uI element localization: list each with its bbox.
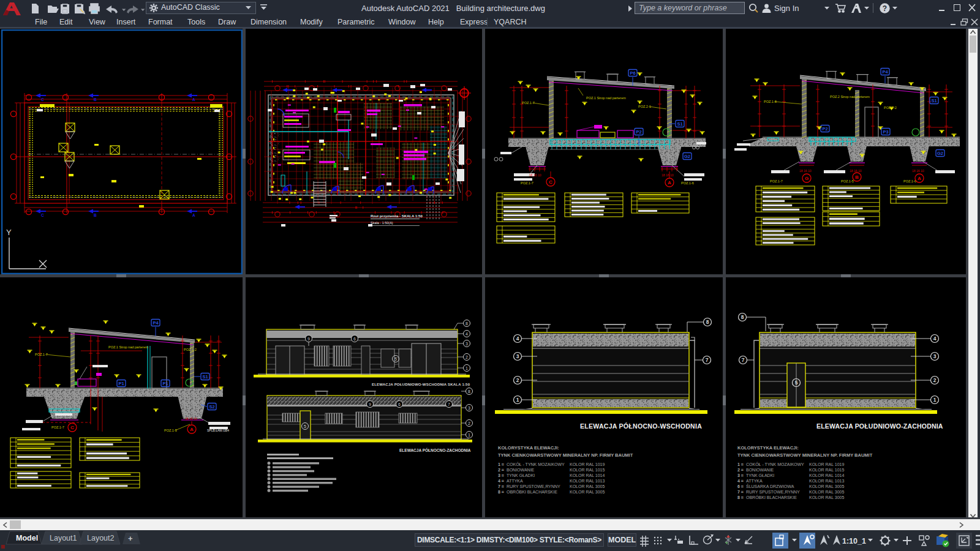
svg-text:A: A xyxy=(192,97,195,102)
svg-text:2 =: 2 = xyxy=(737,468,744,472)
svg-text:POZ.1-5: POZ.1-5 xyxy=(164,429,177,432)
svg-text:B: B xyxy=(94,97,97,102)
svg-text:3 =: 3 = xyxy=(498,473,504,478)
svg-text:COKÓŁ - TYNK MOZAIKOWY: COKÓŁ - TYNK MOZAIKOWY xyxy=(507,462,565,467)
svg-text:POZ.2-1: POZ.2-1 xyxy=(638,105,651,108)
svg-text:P1: P1 xyxy=(118,381,124,386)
svg-text:KOLORYSTYKA ELEWACJI:: KOLORYSTYKA ELEWACJI: xyxy=(498,445,559,451)
svg-text:POZ.1-7: POZ.1-7 xyxy=(35,353,48,356)
svg-text:3 =: 3 = xyxy=(737,473,744,478)
svg-text:KOLORYSTYKA ELEWACJI:: KOLORYSTYKA ELEWACJI: xyxy=(737,445,799,451)
svg-text:1: 1 xyxy=(468,433,470,437)
svg-text:6 =: 6 = xyxy=(737,484,744,489)
svg-text:2: 2 xyxy=(468,421,470,425)
svg-text:B: B xyxy=(855,174,859,180)
svg-text:P3: P3 xyxy=(883,129,888,135)
svg-text:OBRÓBKI BLACHARSKIE: OBRÓBKI BLACHARSKIE xyxy=(746,495,797,500)
svg-text:KOLOR RAL 1013: KOLOR RAL 1013 xyxy=(570,479,605,483)
svg-text:POZ.1-6: POZ.1-6 xyxy=(681,181,694,185)
svg-text:8 =: 8 = xyxy=(498,490,504,494)
svg-text:18 16 10: 18 16 10 xyxy=(799,169,812,173)
svg-text:POZ.1-8: POZ.1-8 xyxy=(764,100,777,103)
svg-text:KOLOR RAL 3005: KOLOR RAL 3005 xyxy=(809,490,844,494)
svg-text:Layout2: Layout2 xyxy=(87,534,115,542)
svg-text:P4: P4 xyxy=(153,320,159,326)
svg-text:POZ.1-6: POZ.1-6 xyxy=(903,179,916,183)
svg-text:2: 2 xyxy=(516,377,519,383)
svg-text:1 =: 1 = xyxy=(737,462,744,467)
svg-text:3: 3 xyxy=(466,342,468,346)
svg-text:A: A xyxy=(918,176,921,181)
svg-text:S1: S1 xyxy=(677,121,682,127)
svg-text:8: 8 xyxy=(466,321,468,326)
svg-text:P2: P2 xyxy=(822,126,827,132)
svg-text:8: 8 xyxy=(706,319,709,325)
svg-text:8: 8 xyxy=(468,389,470,394)
svg-text:4: 4 xyxy=(933,335,937,342)
svg-text:POZ.1-7: POZ.1-7 xyxy=(770,179,783,183)
svg-text:Layout1: Layout1 xyxy=(50,534,77,542)
svg-text:KOLOR RAL 3005: KOLOR RAL 3005 xyxy=(809,495,844,500)
svg-text:G: G xyxy=(805,176,809,181)
svg-text:S1: S1 xyxy=(931,98,937,103)
svg-text:Rzut przyziemia - SKALA 1:50: Rzut przyziemia - SKALA 1:50 xyxy=(371,214,423,218)
svg-text:7 =: 7 = xyxy=(737,490,744,494)
svg-text:1: 1 xyxy=(516,397,519,403)
svg-text:6: 6 xyxy=(353,337,356,341)
svg-text:Y: Y xyxy=(6,228,12,237)
svg-text:G2: G2 xyxy=(684,154,690,159)
svg-text:Skala - 1:50(A): Skala - 1:50(A) xyxy=(371,221,393,225)
svg-text:Model: Model xyxy=(16,534,38,542)
svg-text:C: C xyxy=(70,425,74,430)
svg-text:3: 3 xyxy=(516,353,519,359)
svg-text:4 =: 4 = xyxy=(498,479,504,483)
svg-text:ELEWACJA PÓŁNOCNO-ZACHODNIA: ELEWACJA PÓŁNOCNO-ZACHODNIA xyxy=(399,448,471,452)
svg-text:A: A xyxy=(190,427,194,432)
svg-text:POZ.1 Strop nad parterem: POZ.1 Strop nad parterem xyxy=(586,96,626,100)
svg-text:G2: G2 xyxy=(937,151,943,156)
svg-text:7 =: 7 = xyxy=(498,484,504,489)
svg-text:TYNK GŁADKI: TYNK GŁADKI xyxy=(746,473,774,478)
svg-text:POZ.1-2: POZ.1-2 xyxy=(184,348,197,351)
svg-text:POZ.1-7: POZ.1-7 xyxy=(51,425,64,429)
svg-text:RURY SPUSTOWE,RYNNY: RURY SPUSTOWE,RYNNY xyxy=(507,484,560,489)
svg-text:4: 4 xyxy=(516,335,519,342)
svg-text:KOLOR RAL 1019: KOLOR RAL 1019 xyxy=(809,462,844,467)
svg-text:2: 2 xyxy=(933,377,937,383)
svg-text:A: A xyxy=(192,213,195,217)
svg-text:KOLOR RAL 1015: KOLOR RAL 1015 xyxy=(570,468,605,472)
svg-text:KOLOR RAL 3005: KOLOR RAL 3005 xyxy=(809,484,844,489)
svg-text:ELEWACJA POŁUDNIOWO-WSCHODNIA: ELEWACJA POŁUDNIOWO-WSCHODNIA SKALA 1:50 xyxy=(372,383,470,386)
svg-text:S1: S1 xyxy=(202,374,208,380)
svg-text:18 16 10: 18 16 10 xyxy=(912,169,924,173)
svg-text:1: 1 xyxy=(466,366,468,370)
svg-text:OBRÓBKI BLACHARSKIE: OBRÓBKI BLACHARSKIE xyxy=(507,489,557,494)
svg-text:3: 3 xyxy=(933,353,937,359)
svg-text:8: 8 xyxy=(741,314,744,320)
svg-text:COKÓŁ - TYNK MOZAIKOWY: COKÓŁ - TYNK MOZAIKOWY xyxy=(746,462,804,467)
svg-text:2 =: 2 = xyxy=(498,468,504,472)
svg-text:7: 7 xyxy=(742,357,745,363)
svg-text:POZ.1-7: POZ.1-7 xyxy=(522,101,535,105)
svg-text:KOLOR RAL 1013: KOLOR RAL 1013 xyxy=(809,479,844,483)
svg-text:P1: P1 xyxy=(162,381,168,386)
svg-text:5: 5 xyxy=(394,357,397,361)
svg-text:7: 7 xyxy=(706,357,709,363)
svg-text:ELEWACJA PÓŁNOCNO-WSCHODNIA: ELEWACJA PÓŁNOCNO-WSCHODNIA xyxy=(580,422,702,430)
svg-text:5: 5 xyxy=(795,380,798,386)
svg-text:P4: P4 xyxy=(882,69,888,75)
svg-text:ELEWACJA POŁUDNIOWO-ZACHODNIA: ELEWACJA POŁUDNIOWO-ZACHODNIA xyxy=(816,422,943,430)
svg-text:POZ.1-7: POZ.1-7 xyxy=(521,181,533,185)
svg-text:POZ.1 Strop nad parterem: POZ.1 Strop nad parterem xyxy=(108,345,148,349)
svg-text:8 =: 8 = xyxy=(737,495,744,500)
svg-text:KOLOR RAL 3005: KOLOR RAL 3005 xyxy=(570,484,605,489)
svg-text:9: 9 xyxy=(369,402,371,407)
svg-text:KOLOR RAL 1014: KOLOR RAL 1014 xyxy=(809,473,844,478)
svg-text:+: + xyxy=(128,534,133,543)
svg-text:6: 6 xyxy=(398,402,401,407)
svg-text:?: ? xyxy=(883,4,887,13)
svg-text:KOLOR RAL 1014: KOLOR RAL 1014 xyxy=(570,473,605,478)
svg-text:B: B xyxy=(94,213,97,217)
svg-text:POZ.1-5: POZ.1-5 xyxy=(841,179,854,183)
svg-text:3: 3 xyxy=(468,406,470,410)
